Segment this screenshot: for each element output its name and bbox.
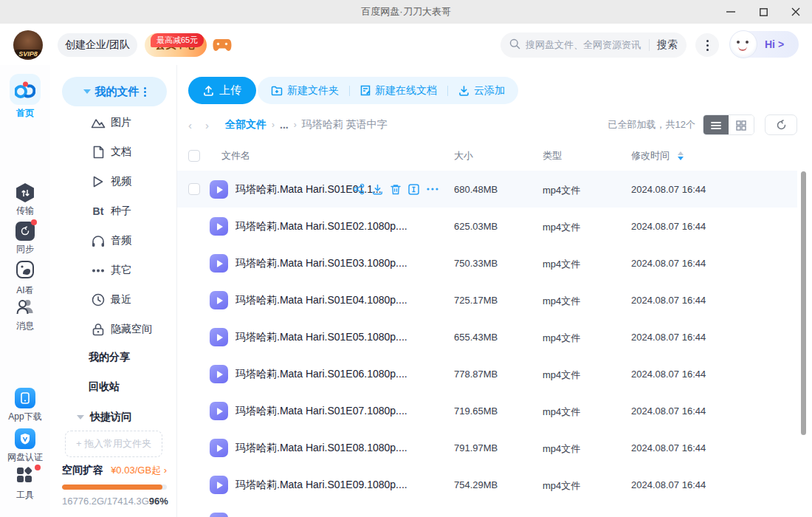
- search-icon: [509, 38, 520, 52]
- cloud-add-button[interactable]: 云添加: [458, 84, 505, 97]
- chevron-down-icon: [83, 89, 91, 94]
- close-button[interactable]: [780, 0, 812, 24]
- sidebar-item-audio[interactable]: 音频: [50, 226, 177, 256]
- rail-item-app-download[interactable]: App下载: [0, 388, 50, 423]
- column-type[interactable]: 类型: [543, 149, 562, 162]
- breadcrumb-all-files[interactable]: 全部文件: [225, 118, 266, 131]
- sidebar-item-videos[interactable]: 视频: [50, 167, 177, 196]
- column-filename[interactable]: 文件名: [221, 149, 250, 162]
- download-icon[interactable]: [372, 184, 383, 195]
- grid-view-button[interactable]: [729, 115, 754, 135]
- minimize-button[interactable]: [715, 0, 747, 24]
- sidebar-item-my-files[interactable]: 我的文件: [62, 77, 167, 106]
- table-row[interactable]: 玛塔哈莉.Mata Hari.S01E04.1080p.... 725.17MB…: [177, 281, 797, 318]
- list-view-button[interactable]: [703, 115, 729, 135]
- table-row[interactable]: 玛塔哈莉.Mata Hari.S01E05.1080p.... 655.43MB…: [177, 318, 797, 355]
- video-file-icon: [210, 291, 228, 309]
- file-type: mp4文件: [543, 295, 580, 308]
- rail-item-messages[interactable]: 消息: [0, 297, 50, 332]
- new-online-doc-button[interactable]: 新建在线文档: [360, 84, 437, 97]
- rail-label: 消息: [16, 320, 34, 332]
- share-icon[interactable]: [353, 183, 365, 195]
- sort-icon[interactable]: [678, 151, 684, 160]
- file-name[interactable]: 玛塔哈莉.Mata Hari.S01E03.1080p....: [235, 257, 407, 270]
- sidebar-item-label: 图片: [111, 116, 131, 129]
- sidebar-item-documents[interactable]: 文档: [50, 137, 177, 167]
- table-row[interactable]: 玛塔哈莉.Mata Hari.S01E08.1080p.... 791.97MB…: [177, 429, 797, 466]
- file-name[interactable]: 玛塔哈莉.Mata Hari.S01E08.1080p....: [235, 442, 407, 455]
- sidebar-item-my-share[interactable]: 我的分享: [89, 351, 130, 364]
- ellipsis-icon: [90, 269, 106, 273]
- rail-item-ai[interactable]: AI看: [0, 260, 50, 297]
- row-checkbox[interactable]: [188, 183, 200, 195]
- rail-label: App下载: [8, 411, 41, 423]
- file-name[interactable]: 玛塔哈莉.Mata Hari.S01E02.1080p....: [235, 220, 407, 233]
- upload-button[interactable]: 上传: [188, 77, 256, 104]
- delete-icon[interactable]: [390, 184, 401, 195]
- svip-avatar[interactable]: SVIP8: [13, 30, 43, 60]
- more-menu-button[interactable]: [695, 33, 719, 57]
- file-type: mp4文件: [543, 221, 580, 234]
- file-size: 655.43MB: [454, 332, 498, 343]
- sidebar-item-recycle-bin[interactable]: 回收站: [89, 380, 120, 394]
- rail-item-tools[interactable]: 工具: [0, 466, 50, 501]
- column-size[interactable]: 大小: [454, 149, 473, 162]
- maximize-button[interactable]: [747, 0, 780, 24]
- table-row[interactable]: 玛塔哈莉.Mata Hari.S01E06.1080p.... 778.87MB…: [177, 355, 797, 392]
- search-box[interactable]: 搜网盘文件、全网资源资讯 搜索: [500, 32, 687, 58]
- sync-notification-dot: [31, 219, 37, 225]
- game-icon[interactable]: [213, 38, 232, 55]
- select-all-checkbox[interactable]: [188, 150, 200, 162]
- rail-item-transfer[interactable]: 传输: [0, 183, 50, 217]
- table-row[interactable]: 玛塔哈莉.Mata Hari.S01E03.1080p.... 750.33MB…: [177, 244, 797, 281]
- storage-price-link[interactable]: ¥0.03/GB起 ›: [111, 464, 167, 477]
- certification-icon: [15, 428, 35, 449]
- back-button[interactable]: ‹: [188, 119, 192, 131]
- refresh-button[interactable]: [765, 114, 797, 135]
- sidebar-item-quick-access[interactable]: 快捷访问: [77, 411, 131, 424]
- lock-icon: [90, 323, 106, 336]
- search-button[interactable]: 搜索: [657, 38, 678, 52]
- breadcrumb-collapsed[interactable]: ...: [280, 119, 289, 131]
- search-input[interactable]: 搜网盘文件、全网资源资讯: [526, 38, 641, 52]
- rename-icon[interactable]: [408, 184, 419, 195]
- file-size: 778.87MB: [454, 369, 498, 380]
- file-name[interactable]: 玛塔哈莉.Mata Hari.S01E06.1080p....: [235, 368, 407, 381]
- sidebar-item-recent[interactable]: 最近: [50, 285, 177, 315]
- rail-item-sync[interactable]: 同步: [0, 222, 50, 256]
- file-size: 719.65MB: [454, 405, 498, 417]
- file-name[interactable]: 玛塔哈莉.Mata Hari.S01E05.1080p....: [235, 331, 407, 344]
- app-download-icon: [15, 388, 35, 408]
- rail-item-home[interactable]: 首页: [0, 74, 50, 120]
- sidebar-item-pictures[interactable]: 图片: [50, 108, 177, 137]
- file-type: mp4文件: [543, 405, 580, 419]
- pin-folder-dropzone[interactable]: + 拖入常用文件夹: [65, 431, 162, 457]
- breadcrumb-separator: ›: [272, 120, 275, 130]
- table-row[interactable]: [177, 503, 797, 517]
- sidebar-item-label: 种子: [111, 205, 131, 218]
- sidebar-item-torrents[interactable]: Bt 种子: [50, 196, 177, 226]
- table-row[interactable]: 玛塔哈莉.Mata Hari.S01E09.1080p.... 754.29MB…: [177, 466, 797, 503]
- column-time[interactable]: 修改时间: [631, 149, 670, 162]
- more-actions-icon[interactable]: [427, 188, 438, 191]
- account-pill[interactable]: Hi >: [731, 31, 799, 58]
- sidebar-item-other[interactable]: 其它: [50, 256, 177, 285]
- scrollbar-thumb[interactable]: [801, 171, 806, 435]
- rail-item-certification[interactable]: 网盘认证: [0, 428, 50, 464]
- new-folder-button[interactable]: 新建文件夹: [271, 84, 339, 97]
- my-files-label: 我的文件: [95, 85, 140, 99]
- create-team-button[interactable]: 创建企业/团队: [58, 33, 137, 57]
- rail-label: 网盘认证: [7, 451, 43, 464]
- table-row[interactable]: 玛塔哈莉.Mata Hari.S01E01.1... 680.48MB mp4文…: [177, 171, 797, 208]
- sidebar-item-hidden-space[interactable]: 隐藏空间: [50, 315, 177, 344]
- file-size: 680.48MB: [454, 184, 498, 195]
- forward-button[interactable]: ›: [205, 119, 209, 131]
- file-name[interactable]: 玛塔哈莉.Mata Hari.S01E09.1080p....: [235, 479, 407, 492]
- table-row[interactable]: 玛塔哈莉.Mata Hari.S01E02.1080p.... 625.03MB…: [177, 208, 797, 244]
- file-name[interactable]: 玛塔哈莉.Mata Hari.S01E07.1080p....: [235, 405, 407, 418]
- my-files-more-icon[interactable]: [144, 87, 146, 97]
- toolbar-divider: [349, 86, 350, 96]
- file-name[interactable]: 玛塔哈莉.Mata Hari.S01E04.1080p....: [235, 294, 407, 307]
- table-row[interactable]: 玛塔哈莉.Mata Hari.S01E07.1080p.... 719.65MB…: [177, 392, 797, 429]
- video-file-icon: [210, 513, 228, 517]
